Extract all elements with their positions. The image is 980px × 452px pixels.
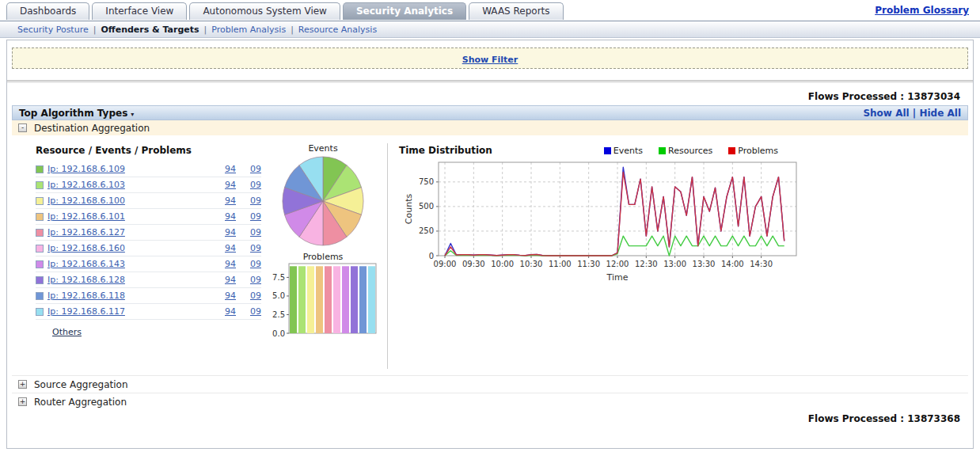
section-destination-aggregation[interactable]: - Destination Aggregation (12, 120, 968, 135)
resource-ip-link[interactable]: Ip: 192.168.6.118 (47, 291, 218, 301)
show-all-link[interactable]: Show All (863, 108, 909, 119)
resource-color-swatch (36, 213, 44, 221)
filter-bar: Show Filter (12, 47, 968, 69)
time-distribution-title: Time Distribution (399, 145, 492, 156)
resource-ip-link[interactable]: Ip: 192.168.6.128 (47, 275, 218, 285)
events-count-link[interactable]: 94 (218, 291, 236, 301)
main-container: Show Filter Flows Processed : 13873034 T… (6, 40, 974, 449)
flows-processed-bottom: Flows Processed : 13873368 (7, 410, 973, 429)
resource-color-swatch (36, 292, 44, 300)
events-count-link[interactable]: 94 (218, 306, 236, 317)
svg-text:10:30: 10:30 (520, 260, 543, 268)
resource-color-swatch (36, 260, 44, 268)
resource-color-swatch (36, 245, 44, 253)
panel-header: Top Algorithm Types▾ Show All | Hide All (12, 105, 968, 120)
events-count-link[interactable]: 94 (218, 211, 236, 222)
svg-text:500: 500 (419, 202, 434, 211)
table-row: Ip: 192.168.6.1009409 (36, 193, 261, 209)
svg-text:2.5: 2.5 (272, 310, 285, 319)
svg-text:Time: Time (606, 272, 629, 283)
events-pie-chart (279, 154, 367, 249)
panel-title: Top Algorithm Types▾ (19, 106, 134, 120)
svg-text:5.0: 5.0 (272, 291, 285, 300)
flows-processed-top: Flows Processed : 13873034 (7, 83, 973, 105)
legend-item-events: Events (604, 146, 643, 156)
resource-color-swatch (36, 308, 44, 316)
svg-text:12:30: 12:30 (635, 260, 658, 268)
tab-waas-reports[interactable]: WAAS Reports (469, 2, 563, 20)
hide-all-link[interactable]: Hide All (919, 108, 961, 119)
links-separator: | (913, 108, 916, 119)
resource-list-column: Resource / Events / Problems Ip: 192.168… (12, 139, 259, 375)
svg-text:14:00: 14:00 (721, 260, 744, 268)
events-count-link[interactable]: 94 (218, 275, 236, 285)
tab-dashboards[interactable]: Dashboards (6, 2, 89, 20)
resource-ip-link[interactable]: Ip: 192.168.6.101 (47, 211, 218, 222)
resource-ip-link[interactable]: Ip: 192.168.6.143 (47, 259, 218, 269)
resource-color-swatch (36, 229, 44, 237)
section-label: Router Aggregation (34, 395, 127, 409)
problems-bar-title: Problems (259, 252, 387, 262)
subnav-bar: Security Posture|Offenders & Targets|Pro… (0, 21, 980, 38)
resource-color-swatch (36, 276, 44, 284)
table-row: Ip: 192.168.6.1439409 (36, 256, 261, 272)
page: DashboardsInterface ViewAutonomous Syste… (0, 0, 980, 452)
events-count-link[interactable]: 94 (218, 227, 236, 237)
resource-color-swatch (36, 197, 44, 205)
resource-color-swatch (36, 165, 44, 173)
section-label: Source Aggregation (34, 378, 127, 392)
events-count-link[interactable]: 94 (218, 164, 236, 174)
top-tab-bar: DashboardsInterface ViewAutonomous Syste… (0, 0, 980, 21)
problem-glossary-link[interactable]: Problem Glossary (875, 5, 969, 16)
events-legend-swatch-icon (604, 147, 611, 154)
svg-text:12:00: 12:00 (606, 260, 629, 268)
table-row: Ip: 192.168.6.1609409 (36, 241, 261, 256)
resource-list-title: Resource / Events / Problems (36, 145, 259, 156)
events-pie-title: Events (259, 143, 387, 154)
svg-text:7.5: 7.5 (272, 273, 285, 282)
subnav-item-resource-analysis[interactable]: Resource Analysis (294, 25, 382, 35)
svg-text:11:30: 11:30 (577, 260, 600, 268)
resource-ip-link[interactable]: Ip: 192.168.6.117 (47, 306, 218, 317)
problems-bar-chart: 0.02.55.07.5 (264, 262, 382, 343)
table-row: Ip: 192.168.6.1289409 (36, 272, 261, 288)
tab-autonomous-system-view[interactable]: Autonomous System View (189, 2, 340, 20)
svg-text:750: 750 (419, 177, 434, 186)
subnav-item-problem-analysis[interactable]: Problem Analysis (207, 25, 291, 35)
resource-ip-link[interactable]: Ip: 192.168.6.109 (47, 164, 218, 174)
mini-charts-column: Events Problems 0.02.55.07.5 (259, 139, 387, 375)
svg-text:250: 250 (419, 226, 434, 235)
time-distribution-column: Time Distribution EventsResourcesProblem… (388, 139, 968, 375)
table-row: Ip: 192.168.6.1179409 (36, 304, 261, 320)
section-source-aggregation[interactable]: + Source Aggregation (12, 375, 968, 393)
tab-interface-view[interactable]: Interface View (92, 2, 187, 20)
svg-text:14:30: 14:30 (750, 260, 773, 268)
events-count-link[interactable]: 94 (218, 180, 236, 190)
tab-security-analytics[interactable]: Security Analytics (343, 2, 466, 20)
events-count-link[interactable]: 94 (218, 196, 236, 206)
expand-box-icon[interactable]: + (18, 380, 27, 389)
svg-text:10:00: 10:00 (491, 260, 514, 268)
resource-ip-link[interactable]: Ip: 192.168.6.160 (47, 243, 218, 253)
events-count-link[interactable]: 94 (218, 243, 236, 253)
subnav-item-security-posture[interactable]: Security Posture (13, 25, 93, 35)
resource-ip-link[interactable]: Ip: 192.168.6.127 (47, 227, 218, 237)
table-row: Ip: 192.168.6.1279409 (36, 225, 261, 241)
collapse-box-icon[interactable]: - (18, 123, 27, 132)
section-router-aggregation[interactable]: + Router Aggregation (12, 393, 968, 410)
others-link[interactable]: Others (52, 327, 82, 337)
svg-text:Counts: Counts (404, 194, 414, 225)
resource-ip-link[interactable]: Ip: 192.168.6.100 (47, 196, 218, 206)
expand-box-icon[interactable]: + (18, 397, 27, 406)
collapse-arrow-icon: ▾ (131, 111, 134, 118)
svg-text:09:30: 09:30 (462, 260, 485, 268)
show-filter-link[interactable]: Show Filter (462, 55, 518, 65)
svg-text:09:00: 09:00 (434, 260, 457, 268)
resource-ip-link[interactable]: Ip: 192.168.6.103 (47, 180, 218, 190)
subnav-item-offenders-targets[interactable]: Offenders & Targets (96, 25, 203, 35)
chart-legend: EventsResourcesProblems (604, 146, 778, 156)
problems-legend-swatch-icon (728, 147, 735, 154)
table-row: Ip: 192.168.6.1099409 (36, 161, 261, 177)
events-count-link[interactable]: 94 (218, 259, 236, 269)
table-row: Ip: 192.168.6.1019409 (36, 209, 261, 225)
